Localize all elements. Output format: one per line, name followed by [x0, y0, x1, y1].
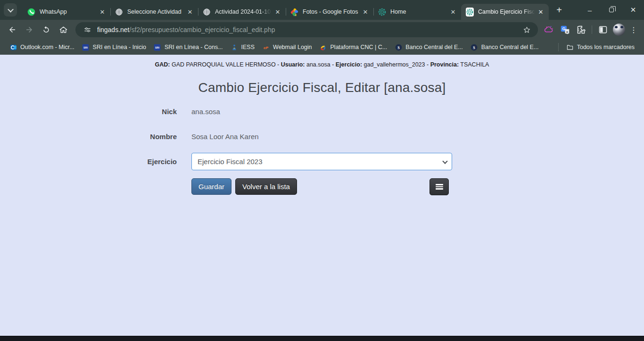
- close-icon[interactable]: ✕: [273, 8, 282, 16]
- hamburger-icon: [436, 184, 443, 190]
- tab-seleccione-actividad[interactable]: Seleccione Actividad ✕: [110, 4, 198, 20]
- tab-home[interactable]: Home ✕: [373, 4, 461, 20]
- nombre-value: Sosa Loor Ana Karen: [191, 133, 452, 141]
- browser-menu-icon[interactable]: ⋮: [627, 23, 640, 36]
- bookmark-iess[interactable]: IESS: [227, 42, 259, 53]
- site-settings-icon[interactable]: [81, 25, 93, 35]
- bookmark-banco-central-2[interactable]: S Banco Central del E...: [467, 42, 543, 53]
- close-icon[interactable]: ✕: [98, 8, 107, 16]
- toolbar-divider: [592, 25, 592, 34]
- url-path: /sf2/presupuesto/cambio_ejercicio_fiscal…: [130, 26, 275, 33]
- close-window-button[interactable]: ✕: [622, 0, 644, 20]
- edit-form: Nick ana.sosa Nombre Sosa Loor Ana Karen…: [0, 103, 644, 195]
- svg-text:G: G: [562, 26, 565, 31]
- meta-gad-label: GAD:: [155, 61, 170, 68]
- back-icon: [8, 25, 17, 34]
- nombre-label: Nombre: [0, 133, 177, 141]
- bookmark-outlook[interactable]: Outlook.com - Micr...: [6, 42, 78, 53]
- side-panel-icon[interactable]: [596, 23, 610, 37]
- nick-value: ana.sosa: [191, 108, 452, 116]
- sri-icon: SRI: [154, 43, 161, 51]
- ejercicio-label: Ejercicio: [0, 158, 177, 166]
- google-photos-icon: [290, 8, 298, 16]
- url-text[interactable]: fingads.net/sf2/presupuesto/cambio_ejerc…: [97, 26, 520, 33]
- fingads-icon: [466, 8, 474, 16]
- tabs-container: WhatsApp ✕ Seleccione Actividad ✕ Activi…: [23, 0, 549, 20]
- bookmark-label: SRI en Línea - Inicio: [93, 44, 146, 50]
- close-icon[interactable]: ✕: [537, 8, 545, 16]
- meta-provincia-label: Provincia:: [430, 61, 459, 68]
- close-icon[interactable]: ✕: [361, 8, 370, 16]
- bookmark-label: Banco Central del E...: [481, 44, 539, 50]
- address-bar[interactable]: fingads.net/sf2/presupuesto/cambio_ejerc…: [75, 22, 538, 37]
- bookmark-webmail[interactable]: cP Webmail Login: [258, 42, 315, 53]
- bookmark-sri-inicio[interactable]: SRI SRI en Línea - Inicio: [78, 42, 150, 53]
- svg-text:a: a: [566, 30, 568, 33]
- forward-icon: [25, 25, 33, 34]
- fingads-icon: [378, 8, 386, 16]
- whatsapp-icon: [27, 8, 35, 16]
- home-icon: [59, 25, 68, 34]
- tab-whatsapp[interactable]: WhatsApp ✕: [23, 4, 110, 20]
- reload-icon: [42, 25, 50, 34]
- weather-extension-icon[interactable]: [542, 23, 556, 37]
- forward-button[interactable]: [22, 22, 37, 37]
- session-meta-line: GAD: GAD PARROQUIAL VALLE HERMOSO - Usua…: [0, 61, 644, 68]
- chevron-down-icon: [8, 6, 14, 12]
- bookmarks-bar: Outlook.com - Micr... SRI SRI en Línea -…: [0, 40, 644, 55]
- bookmarks-divider: [558, 43, 559, 51]
- form-row-nick: Nick ana.sosa: [0, 103, 644, 120]
- restore-button[interactable]: [601, 0, 622, 20]
- svg-text:SRI: SRI: [155, 46, 159, 49]
- cnc-icon: [320, 43, 327, 51]
- globe-icon: [203, 8, 211, 16]
- tab-google-fotos[interactable]: Fotos - Google Fotos ✕: [286, 4, 373, 20]
- home-button[interactable]: [56, 22, 71, 37]
- window-controls: – ✕: [579, 0, 644, 20]
- back-button[interactable]: [5, 22, 20, 37]
- tab-cambio-ejercicio-fiscal[interactable]: Cambio Ejercicio Fisc ✕: [461, 4, 549, 20]
- browser-toolbar: fingads.net/sf2/presupuesto/cambio_ejerc…: [0, 20, 644, 40]
- profile-avatar[interactable]: [613, 24, 625, 36]
- reload-button[interactable]: [39, 22, 54, 37]
- folder-icon: [566, 43, 574, 51]
- minimize-button[interactable]: –: [579, 0, 601, 20]
- svg-text:SRI: SRI: [83, 46, 88, 49]
- form-row-nombre: Nombre Sosa Loor Ana Karen: [0, 128, 644, 145]
- volver-lista-button[interactable]: Volver a la lista: [235, 178, 297, 195]
- tab-label: Cambio Ejercicio Fisc: [478, 8, 537, 15]
- menu-button[interactable]: [429, 178, 449, 195]
- tab-label: Actividad 2024-01-10: [215, 8, 273, 15]
- extensions-puzzle-icon[interactable]: [574, 23, 588, 37]
- globe-icon: [115, 8, 123, 16]
- tab-label: Home: [390, 8, 449, 15]
- meta-usuario-label: Usuario:: [281, 61, 305, 68]
- guardar-button[interactable]: Guardar: [191, 178, 231, 195]
- tab-actividad[interactable]: Actividad 2024-01-10 ✕: [198, 4, 286, 20]
- page-title: Cambio Ejercicio Fiscal, Editar [ana.sos…: [0, 80, 644, 95]
- close-icon[interactable]: ✕: [449, 8, 457, 16]
- url-domain: fingads.net: [97, 26, 130, 33]
- close-icon[interactable]: ✕: [186, 8, 194, 16]
- translate-extension-icon[interactable]: Ga: [558, 23, 572, 37]
- outlook-icon: [9, 43, 17, 51]
- svg-text:S: S: [473, 45, 476, 50]
- page-content: GAD: GAD PARROQUIAL VALLE HERMOSO - Usua…: [0, 55, 644, 336]
- ejercicio-select[interactable]: Ejercicio Fiscal 2023: [191, 153, 452, 170]
- all-bookmarks-button[interactable]: Todos los marcadores: [562, 42, 638, 53]
- new-tab-button[interactable]: +: [553, 3, 566, 17]
- bookmark-label: Banco Central del E...: [405, 44, 463, 50]
- form-row-ejercicio: Ejercicio Ejercicio Fiscal 2023: [0, 153, 644, 170]
- tab-strip: WhatsApp ✕ Seleccione Actividad ✕ Activi…: [0, 0, 644, 20]
- bookmark-label: Outlook.com - Micr...: [20, 44, 74, 50]
- nick-label: Nick: [0, 108, 177, 116]
- tab-label: Seleccione Actividad: [127, 8, 186, 15]
- bookmark-banco-central-1[interactable]: S Banco Central del E...: [391, 42, 467, 53]
- tab-search-button[interactable]: [4, 3, 17, 17]
- meta-provincia-value: TSACHILA: [460, 61, 489, 68]
- bookmark-sri-consultas[interactable]: SRI SRI en Línea - Cons...: [150, 42, 227, 53]
- bookmark-plataforma-cnc[interactable]: Plataforma CNC | C...: [316, 42, 391, 53]
- bookmark-label: Plataforma CNC | C...: [330, 44, 388, 50]
- bookmark-star-icon[interactable]: [520, 23, 533, 36]
- restore-icon: [609, 8, 614, 12]
